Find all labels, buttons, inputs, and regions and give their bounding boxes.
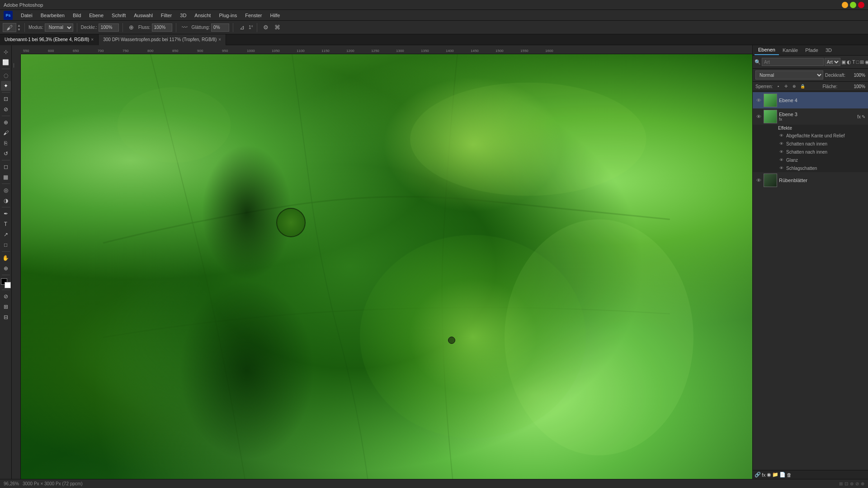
tab-ebenen[interactable]: Ebenen xyxy=(755,45,779,55)
minimize-button[interactable] xyxy=(842,2,848,8)
lock-all-btn[interactable]: 🔒 xyxy=(799,83,806,90)
menu-datei[interactable]: Datei xyxy=(17,12,36,19)
add-fx-btn[interactable]: fx xyxy=(762,472,766,478)
effect-schatten-innen-2[interactable]: 👁 Schatten nach innen xyxy=(775,148,868,156)
panel-icon-pixel[interactable]: ▣ xyxy=(841,57,846,66)
new-layer-btn[interactable]: 📄 xyxy=(779,472,786,478)
tab-pfade[interactable]: Pfade xyxy=(802,46,822,55)
panel-toggle-btn[interactable]: ◉ xyxy=(865,57,868,66)
canvas-image[interactable] xyxy=(21,54,752,479)
hand-tool[interactable]: ✋ xyxy=(1,253,11,263)
airbrush-toggle[interactable]: ⊕ xyxy=(127,23,137,33)
menu-3d[interactable]: 3D xyxy=(176,12,190,19)
layer-eye-ebene4[interactable]: 👁 xyxy=(755,97,762,103)
pen-tool[interactable]: ✒ xyxy=(1,209,11,219)
flow-input[interactable] xyxy=(152,23,172,32)
layer-item-ebene4[interactable]: 👁 Ebene 4 xyxy=(753,92,868,108)
gradient-tool[interactable]: ▦ xyxy=(1,172,11,182)
path-select-tool[interactable]: ↗ xyxy=(1,230,11,239)
menu-auswahl[interactable]: Auswahl xyxy=(130,12,156,19)
quick-mask-btn[interactable]: ⊘ xyxy=(1,291,11,301)
shape-tool[interactable]: □ xyxy=(1,240,11,250)
tab-document-2[interactable]: 300 DPI Wassertropfen.psdc bei 117% (Tro… xyxy=(99,34,226,45)
brush-preset-picker[interactable]: 🖌 ▲ ▼ xyxy=(3,23,21,32)
menu-bild[interactable]: Bild xyxy=(69,12,85,19)
layer-eye-ebene3[interactable]: 👁 xyxy=(755,113,762,120)
brush-picker-btn[interactable]: 🖌 xyxy=(3,23,16,32)
blur-tool[interactable]: ◎ xyxy=(1,185,11,195)
brush-size-up[interactable]: ▲ xyxy=(17,23,21,28)
effect-eye-3[interactable]: 👁 xyxy=(778,149,784,155)
clone-stamp-tool[interactable]: ⎘ xyxy=(1,138,11,148)
tab-2-close[interactable]: × xyxy=(218,37,221,42)
link-layers-btn[interactable]: 🔗 xyxy=(755,472,761,478)
maximize-button[interactable] xyxy=(850,2,856,8)
lock-pixel-btn[interactable]: ▪ xyxy=(774,83,782,90)
panel-icon-text[interactable]: T xyxy=(852,57,855,66)
canvas-content[interactable] xyxy=(21,54,752,479)
smoothing-icon[interactable]: 〰 xyxy=(180,23,190,33)
menu-ansicht[interactable]: Ansicht xyxy=(191,12,214,19)
menu-plugins[interactable]: Plug-ins xyxy=(215,12,241,19)
brush-settings-btn[interactable]: ⚙ xyxy=(261,23,271,33)
quick-select-tool[interactable]: ✦ xyxy=(1,81,11,91)
angle-icon[interactable]: ⊿ xyxy=(237,23,247,33)
statusbar-icon-4[interactable]: ⊘ xyxy=(855,481,859,486)
symmetry-btn[interactable]: ⌘ xyxy=(273,23,283,33)
menu-fenster[interactable]: Fenster xyxy=(241,12,265,19)
menu-ebene[interactable]: Ebene xyxy=(85,12,107,19)
brush-size-down[interactable]: ▼ xyxy=(17,28,21,32)
layer-search-input[interactable] xyxy=(762,58,824,66)
layer-item-ruebenblatt[interactable]: 👁 Rübenblätter xyxy=(753,172,868,188)
layer-item-ebene3[interactable]: 👁 Ebene 3 fx fx ✎ xyxy=(753,108,868,125)
effect-schlagschatten[interactable]: 👁 Schlagschatten xyxy=(775,164,868,172)
tab-3d[interactable]: 3D xyxy=(822,46,835,55)
tab-kanaele[interactable]: Kanäle xyxy=(779,46,802,55)
brush-tool[interactable]: 🖌 xyxy=(1,128,11,138)
menu-schrift[interactable]: Schrift xyxy=(108,12,129,19)
mode-select[interactable]: Normal xyxy=(45,23,73,32)
statusbar-icon-1[interactable]: ⊞ xyxy=(839,481,843,486)
tab-document-1[interactable]: Unbenannt-1 bei 96,3% (Ebene 4, RGB/8) × xyxy=(0,34,99,45)
eraser-tool[interactable]: ◻ xyxy=(1,162,11,172)
fx-edit-btn[interactable]: ✎ xyxy=(862,114,865,119)
panel-icon-adjust[interactable]: ◐ xyxy=(847,57,851,66)
dodge-tool[interactable]: ◑ xyxy=(1,196,11,206)
crop-tool[interactable]: ⊡ xyxy=(1,94,11,104)
effect-abgeflachte-kante[interactable]: 👁 Abgeflachte Kante und Relief xyxy=(775,131,868,140)
move-tool[interactable]: ⊹ xyxy=(1,47,11,57)
history-brush-tool[interactable]: ↺ xyxy=(1,149,11,159)
panel-icon-shape[interactable]: □ xyxy=(856,57,859,66)
panel-icon-smart[interactable]: ⊞ xyxy=(860,57,864,66)
new-group-btn[interactable]: 📁 xyxy=(772,472,778,478)
statusbar-icon-3[interactable]: ⊛ xyxy=(850,481,854,486)
filter-type-select[interactable]: Art xyxy=(825,58,840,66)
zoom-tool[interactable]: ⊕ xyxy=(1,263,11,273)
lasso-tool[interactable]: ◌ xyxy=(1,70,11,80)
blend-mode-select[interactable]: Normal Auflösen Abdunkeln Multiplizieren… xyxy=(755,70,823,80)
marquee-tool[interactable]: ⬜ xyxy=(1,57,11,67)
lock-position-btn[interactable]: ✛ xyxy=(783,83,790,90)
effect-eye-1[interactable]: 👁 xyxy=(778,132,784,139)
effect-glanz[interactable]: 👁 Glanz xyxy=(775,156,868,164)
effect-eye-4[interactable]: 👁 xyxy=(778,157,784,163)
statusbar-icon-2[interactable]: ⊡ xyxy=(844,481,848,486)
menu-filter[interactable]: Filter xyxy=(157,12,175,19)
add-mask-btn[interactable]: ◉ xyxy=(767,472,771,478)
frame-mode-btn[interactable]: ⊟ xyxy=(1,312,11,322)
smoothing-input[interactable] xyxy=(211,23,229,32)
eyedropper-tool[interactable]: ⊘ xyxy=(1,104,11,114)
healing-brush-tool[interactable]: ⊕ xyxy=(1,117,11,127)
background-color[interactable] xyxy=(5,282,11,288)
statusbar-icon-5[interactable]: ⊕ xyxy=(861,481,864,486)
menu-bearbeiten[interactable]: Bearbeiten xyxy=(37,12,68,19)
menu-hilfe[interactable]: Hilfe xyxy=(266,12,283,19)
delete-layer-btn[interactable]: 🗑 xyxy=(787,472,792,478)
effect-eye-5[interactable]: 👁 xyxy=(778,165,784,171)
lock-artboard-btn[interactable]: ⊕ xyxy=(791,83,798,90)
effect-schatten-innen-1[interactable]: 👁 Schatten nach innen xyxy=(775,140,868,148)
effect-eye-2[interactable]: 👁 xyxy=(778,141,784,147)
fx-visible-toggle[interactable]: fx xyxy=(857,114,861,119)
color-swatches[interactable] xyxy=(1,278,11,288)
close-button[interactable] xyxy=(858,2,864,8)
